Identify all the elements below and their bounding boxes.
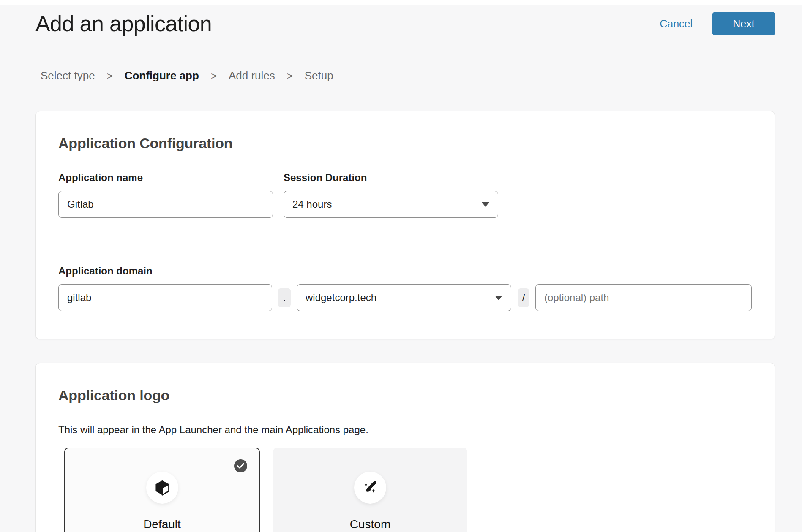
domain-select[interactable]: widgetcorp.tech — [297, 284, 511, 311]
application-domain-label: Application domain — [58, 265, 752, 277]
paintbrush-icon — [362, 480, 378, 496]
application-logo-card: Application logo This will appear in the… — [35, 363, 775, 532]
breadcrumb-separator: > — [287, 70, 293, 82]
application-domain-row: . widgetcorp.tech / — [58, 284, 752, 311]
session-duration-label: Session Duration — [284, 172, 498, 184]
page-title: Add an application — [35, 11, 212, 36]
dot-separator-badge: . — [278, 288, 291, 307]
subdomain-input[interactable] — [58, 284, 272, 311]
application-name-field-group: Application name — [58, 172, 273, 218]
check-icon — [237, 463, 244, 469]
application-name-input[interactable] — [58, 191, 273, 218]
breadcrumb-step-select-type[interactable]: Select type — [41, 69, 95, 82]
application-configuration-card: Application Configuration Application na… — [35, 111, 775, 339]
logo-option-custom[interactable]: Custom — [273, 448, 467, 532]
header-actions: Cancel Next — [660, 12, 775, 35]
logo-option-tiles: Default Custom — [64, 448, 752, 532]
breadcrumb-separator: > — [211, 70, 217, 82]
next-button[interactable]: Next — [712, 12, 775, 35]
breadcrumb: Select type > Configure app > Add rules … — [41, 69, 802, 82]
session-duration-field-group: Session Duration 24 hours — [284, 172, 498, 218]
logo-option-default[interactable]: Default — [64, 448, 260, 532]
custom-logo-circle — [354, 472, 386, 504]
domain-selected-value: widgetcorp.tech — [306, 292, 376, 304]
default-logo-circle — [146, 472, 178, 504]
default-option-label: Default — [143, 518, 181, 531]
breadcrumb-separator: > — [107, 70, 113, 82]
cancel-button[interactable]: Cancel — [660, 18, 693, 30]
application-logo-heading: Application logo — [58, 387, 752, 404]
session-duration-selected-value: 24 hours — [292, 198, 332, 210]
selected-check-badge — [234, 459, 247, 472]
path-input[interactable] — [535, 284, 752, 311]
slash-separator-badge: / — [518, 288, 529, 307]
chevron-down-icon — [482, 202, 489, 207]
application-configuration-heading: Application Configuration — [58, 135, 752, 152]
breadcrumb-step-setup[interactable]: Setup — [305, 69, 333, 82]
cube-icon — [154, 479, 171, 496]
breadcrumb-step-configure-app[interactable]: Configure app — [125, 69, 199, 82]
custom-option-label: Custom — [350, 518, 390, 531]
name-duration-row: Application name Session Duration 24 hou… — [58, 172, 752, 218]
page-header: Add an application Cancel Next — [0, 5, 802, 38]
application-name-label: Application name — [58, 172, 273, 184]
top-white-strip — [0, 0, 802, 5]
session-duration-select[interactable]: 24 hours — [284, 191, 498, 218]
chevron-down-icon — [495, 296, 502, 300]
breadcrumb-step-add-rules[interactable]: Add rules — [229, 69, 275, 82]
application-logo-description: This will appear in the App Launcher and… — [58, 424, 752, 436]
